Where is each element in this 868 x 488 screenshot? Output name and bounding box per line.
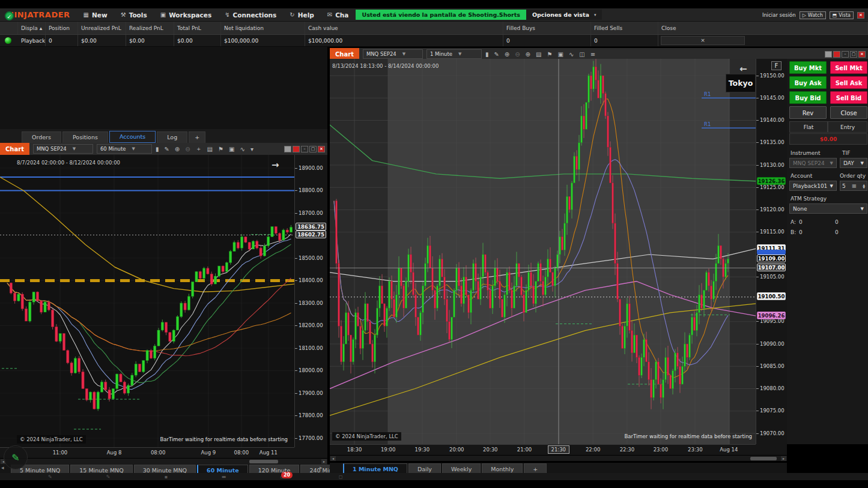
sell-bid-button[interactable]: Sell Bid (830, 91, 867, 104)
bar-type-icon[interactable]: ▮ (156, 146, 159, 152)
buy-bid-button[interactable]: Buy Bid (789, 91, 827, 104)
bar-type-icon[interactable]: ▮ (485, 51, 489, 58)
draw-icon[interactable]: ✎ (494, 51, 499, 58)
vista-button[interactable]: ⬒Vista (830, 11, 854, 19)
qty-spinner[interactable]: ▲▼ (863, 184, 865, 188)
tab-log[interactable]: Log (157, 131, 187, 143)
record-button[interactable] (833, 51, 840, 58)
report-icon[interactable]: ▤ (536, 51, 541, 58)
scroll-right-icon[interactable]: ▸ (321, 459, 327, 464)
buy-ask-button[interactable]: Buy Ask (789, 76, 827, 89)
snapshot-icon[interactable]: ▣ (557, 51, 563, 58)
zoom-out-icon[interactable]: ⊖ (185, 146, 190, 152)
zoom-out-icon[interactable]: ⊖ (515, 51, 520, 58)
taskbar-icon[interactable]: ✎ (106, 474, 111, 480)
window-controls-cluster: Iniciar sesión ▷Watch ⬒Vista × (762, 8, 864, 22)
close-position-button[interactable]: Close (830, 106, 867, 119)
tabs-scroll-right-icon[interactable]: ▸ (320, 465, 323, 471)
left-chart-scrollbar[interactable]: ◂ ▸ (0, 458, 327, 464)
menu-item-connections[interactable]: ↯Connections (225, 11, 276, 19)
dropdown-icon[interactable]: ▾ (250, 146, 253, 152)
instrument-select[interactable]: MNQ SEP24▼ (789, 158, 837, 168)
tab-positions[interactable]: Positions (62, 131, 108, 143)
layout-icon[interactable]: ◫ (579, 51, 584, 58)
scroll-right-arrow-icon[interactable]: → (272, 160, 279, 170)
price-badge: 19126.36 (757, 177, 786, 185)
buy-mkt-button[interactable]: Buy Mkt (789, 61, 827, 74)
left-price-axis[interactable]: 18900.0018800.0018700.0018500.0018400.00… (294, 155, 327, 447)
left-instrument-dropdown[interactable]: MNQ SEP24▼ (33, 144, 93, 154)
fast-order-button[interactable]: F (771, 61, 782, 70)
taskbar-icon[interactable]: ◻ (339, 474, 343, 480)
menu-item-tools[interactable]: ⚒Tools (121, 11, 147, 19)
scroll-left-arrow-icon[interactable]: ← (739, 64, 747, 74)
tab-orders[interactable]: Orders (22, 131, 61, 143)
left-interval-dropdown[interactable]: 60 Minute▼ (97, 144, 152, 154)
indicator-icon[interactable]: ∿ (569, 51, 574, 58)
price-tick: 17800.00 (299, 412, 323, 418)
minimize-button[interactable]: – (842, 51, 849, 58)
left-chart-title: 8/7/2024 02:00:00 - 8/12/2024 00:00:00 (17, 160, 120, 166)
list-icon[interactable]: ≡ (590, 51, 595, 58)
minimize-button[interactable]: – (301, 146, 308, 152)
qty-grid-icon[interactable]: ▦ (852, 183, 857, 188)
right-interval-dropdown[interactable]: 1 Minute▼ (426, 49, 482, 59)
crosshair-icon[interactable]: ＋ (196, 145, 202, 153)
taskbar-icon[interactable]: ▪ (164, 474, 167, 480)
alert-flag-icon[interactable]: ⚑ (218, 146, 223, 152)
globe-icon[interactable]: ⊕ (526, 51, 530, 58)
theme-button[interactable] (284, 146, 291, 152)
menu-item-help[interactable]: ↻Help (290, 11, 314, 19)
menu-item-label: Workspaces (169, 11, 211, 19)
zoom-in-icon[interactable]: ⊕ (505, 51, 509, 58)
close-window-button[interactable]: × (857, 12, 864, 19)
close-account-button[interactable]: × (661, 36, 745, 45)
maximize-button[interactable]: ▢ (850, 51, 857, 58)
sell-mkt-button[interactable]: Sell Mkt (830, 61, 867, 74)
reverse-button[interactable]: Rev (789, 106, 827, 119)
tabs-scroll-left-icon[interactable]: ◂ (1, 465, 4, 471)
left-time-axis[interactable]: 11:00Aug 808:00Aug 908:00Aug 11 (0, 447, 294, 458)
menu-item-new[interactable]: ▦New (83, 11, 108, 19)
view-options-dropdown[interactable]: Opciones de vista ▾ (526, 10, 602, 20)
order-qty-stepper[interactable]: 5 ▦ ▲▼ (840, 181, 867, 191)
right-instrument-dropdown[interactable]: MNQ SEP24▼ (363, 49, 423, 59)
right-chart-scrollbar[interactable]: ◂ ▸ (330, 455, 787, 461)
tab-[interactable]: + (189, 131, 205, 143)
scrollbar-thumb[interactable] (249, 460, 278, 463)
left-chart-plot[interactable] (0, 155, 294, 447)
sign-in-link[interactable]: Iniciar sesión (762, 12, 796, 18)
taskbar-icon[interactable]: ✎ (48, 474, 52, 480)
theme-button[interactable] (825, 51, 832, 58)
annotation-pencil-icon[interactable]: ✎ (4, 445, 28, 469)
taskbar-icon[interactable]: ▬ (222, 474, 226, 480)
zoom-in-icon[interactable]: ⊕ (175, 146, 180, 152)
right-time-axis[interactable]: 18:3019:0019:3020:0020:3021:0021:3022:00… (330, 444, 756, 455)
snapshot-icon[interactable]: ▣ (229, 146, 234, 152)
chart-trader-panel: F Buy Mkt Sell Mkt Buy Ask Sell Ask Buy … (787, 59, 868, 444)
accounts-table-row[interactable]: Playback0$0.00$0.00$0.00$100,000.00$100,… (0, 35, 868, 47)
account-select[interactable]: Playback101▼ (789, 181, 837, 191)
report-icon[interactable]: ▤ (207, 146, 213, 152)
tab-accounts[interactable]: Accounts (109, 131, 156, 143)
scroll-right-icon[interactable]: ▸ (781, 456, 786, 461)
atm-strategy-select[interactable]: None▼ (789, 203, 867, 214)
pnl-display: $0.00 (789, 133, 867, 145)
sell-ask-button[interactable]: Sell Ask (830, 76, 867, 89)
indicator-icon[interactable]: ∿ (240, 146, 244, 152)
connection-status-dot (5, 37, 11, 44)
menu-item-cha[interactable]: ✉Cha (327, 11, 349, 19)
menu-item-workspaces[interactable]: ▣Workspaces (160, 11, 211, 19)
right-chart-plot[interactable]: R1R1 (330, 59, 756, 444)
scrollbar-thumb[interactable] (750, 457, 777, 460)
scroll-left-icon[interactable]: ◂ (330, 456, 336, 461)
tif-select[interactable]: DAY▼ (840, 158, 867, 168)
watch-button[interactable]: ▷Watch (800, 11, 826, 19)
close-button[interactable]: × (858, 51, 866, 58)
record-button[interactable] (293, 146, 300, 152)
right-price-axis[interactable]: 19150.0019145.0019140.0019135.0019130.00… (756, 59, 787, 444)
maximize-button[interactable]: ▢ (309, 146, 317, 152)
draw-icon[interactable]: ✎ (164, 146, 169, 152)
alert-flag-icon[interactable]: ⚑ (547, 51, 552, 58)
close-button[interactable]: × (318, 146, 325, 152)
